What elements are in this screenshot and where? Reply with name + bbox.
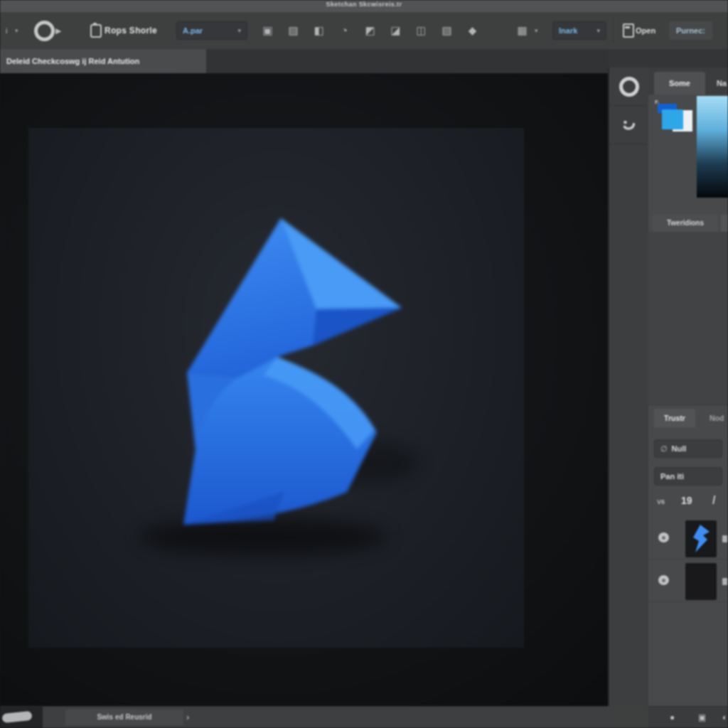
panel-header-gap bbox=[608, 49, 728, 68]
status-corner bbox=[0, 707, 43, 728]
fill-select[interactable]: Pan iti bbox=[654, 467, 722, 486]
layer-thumbnail[interactable] bbox=[685, 520, 717, 557]
null-set-icon: ∅ bbox=[660, 444, 668, 454]
chevron-down-icon: ▾ bbox=[596, 27, 600, 34]
logo-artwork bbox=[28, 128, 524, 648]
side-tool-strip bbox=[608, 68, 648, 706]
status-app-icon bbox=[1, 711, 32, 723]
chevron-down-icon[interactable]: ▾ bbox=[15, 27, 18, 34]
opacity-row: V6 19 / bbox=[648, 493, 728, 511]
preset-dropdown-value: A.par bbox=[183, 26, 203, 35]
info-icon[interactable]: i bbox=[6, 26, 7, 35]
footer-half-circle-icon[interactable]: ◐ bbox=[722, 707, 727, 728]
play-icon[interactable]: ▶ bbox=[55, 26, 61, 36]
ring-icon bbox=[619, 77, 639, 97]
action-button[interactable]: Purnec: bbox=[669, 21, 712, 40]
tool-icon-1[interactable]: ▣ bbox=[262, 24, 274, 37]
chevron-right-icon[interactable]: › bbox=[186, 710, 189, 725]
fill-value: Pan iti bbox=[660, 472, 684, 481]
tab-layers-next[interactable]: Nod bbox=[710, 409, 728, 427]
chevron-down-icon: ▾ bbox=[237, 27, 241, 34]
document-tabstrip: Deleid Checkcoswg ij Reid Antution bbox=[0, 49, 608, 73]
preset-dropdown[interactable]: A.par ▾ bbox=[176, 21, 247, 40]
footer-circle-icon[interactable]: ● bbox=[670, 707, 675, 728]
book-icon bbox=[623, 23, 634, 38]
layer-visibility-icon[interactable] bbox=[658, 532, 669, 542]
crescent-icon bbox=[621, 117, 637, 133]
blend-mode-value: Null bbox=[672, 444, 687, 453]
right-panel: Some Na F. Tweridions Trustr Nod ∅ Null … bbox=[648, 68, 728, 728]
image-editor-window: Sketchan Skcwisreis.tr i ▾ ▶ Rops Shorle… bbox=[0, 0, 728, 728]
color-swatches bbox=[655, 103, 698, 136]
opacity-label: V6 bbox=[657, 498, 665, 505]
layer-thumbnail[interactable] bbox=[685, 563, 717, 600]
status-bar: Swis ed Reusrid › bbox=[0, 706, 608, 728]
gradient-swatch[interactable] bbox=[697, 96, 728, 198]
opacity-value[interactable]: 19 bbox=[681, 495, 692, 506]
layer-badge bbox=[722, 535, 727, 542]
layer-row-2[interactable] bbox=[648, 561, 728, 602]
clipboard-icon bbox=[90, 24, 102, 38]
tab-tweridions[interactable]: Tweridions bbox=[653, 215, 718, 232]
mode-dropdown-value: Inark bbox=[559, 26, 577, 35]
chevron-down-icon[interactable]: ▾ bbox=[535, 27, 538, 34]
titlebar: Sketchan Skcwisreis.tr bbox=[0, 0, 728, 13]
tool-icon-8[interactable]: ▧ bbox=[441, 24, 453, 37]
ring-tool-button[interactable] bbox=[609, 68, 648, 106]
footer-square-icon[interactable]: ▣ bbox=[698, 707, 706, 728]
tool-icons-group: ▣ ▨ ◧ ◔ ◩ ◪ ◫ ▧ ◆ bbox=[262, 24, 478, 37]
fg-color-swatch[interactable] bbox=[662, 109, 683, 129]
pasteboard bbox=[0, 73, 608, 706]
ring-tool-icon[interactable] bbox=[34, 21, 55, 41]
tool-icon-9[interactable]: ◆ bbox=[466, 24, 478, 37]
tool-icon-5[interactable]: ◩ bbox=[364, 24, 376, 37]
tool-icon-3[interactable]: ◧ bbox=[313, 24, 325, 37]
tool-icon-6[interactable]: ◪ bbox=[390, 24, 402, 37]
tab-sliver[interactable] bbox=[721, 215, 728, 232]
options-toolbar: i ▾ ▶ Rops Shorle A.par ▾ ▣ ▨ ◧ ◔ ◩ ◪ ◫ … bbox=[0, 12, 728, 50]
mode-dropdown[interactable]: Inark ▾ bbox=[552, 21, 606, 40]
document-tab[interactable]: Deleid Checkcoswg ij Reid Antution bbox=[0, 49, 206, 73]
tool-icon-4[interactable]: ◔ bbox=[338, 24, 350, 37]
grid-icon[interactable]: ▦ bbox=[516, 24, 528, 37]
preset-label: Rops Shorle bbox=[105, 26, 157, 36]
toolbar-divider bbox=[614, 18, 614, 43]
layer-badge bbox=[722, 578, 727, 585]
layer-thumb-logo bbox=[685, 520, 717, 557]
panel-empty-zone bbox=[648, 232, 728, 405]
hook-tool-button[interactable] bbox=[609, 106, 648, 144]
tool-icon-2[interactable]: ▨ bbox=[287, 24, 299, 37]
panel-tabs: Some Na bbox=[648, 68, 728, 95]
tab-some[interactable]: Some bbox=[654, 72, 705, 95]
document-canvas[interactable] bbox=[28, 128, 524, 648]
slash-icon[interactable]: / bbox=[712, 494, 715, 507]
status-message: Swis ed Reusrid bbox=[65, 710, 183, 725]
layer-visibility-icon[interactable] bbox=[658, 575, 669, 585]
open-label[interactable]: Open bbox=[636, 26, 655, 35]
tab-next[interactable]: Na bbox=[717, 72, 728, 95]
panel-footer: ● ▣ ◐ bbox=[648, 706, 728, 728]
tab-layers[interactable]: Trustr bbox=[654, 409, 695, 427]
window-title: Sketchan Skcwisreis.tr bbox=[0, 1, 728, 8]
tool-icon-7[interactable]: ◫ bbox=[415, 24, 427, 37]
layer-row-1[interactable] bbox=[648, 518, 728, 560]
blend-mode-select[interactable]: ∅ Null bbox=[654, 439, 722, 458]
